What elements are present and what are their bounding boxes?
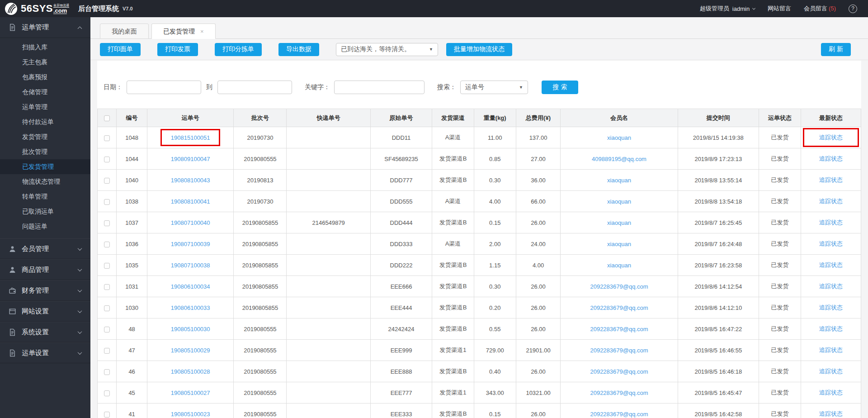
waybill-link[interactable]: 190807100040 [171, 219, 210, 226]
sidebar-item-active[interactable]: 已发货管理 [0, 159, 90, 174]
refresh-button[interactable]: 刷 新 [821, 43, 851, 56]
member-link[interactable]: 2092283679@qq.com [590, 304, 648, 311]
user-menu[interactable]: 超级管理员 iadmin [700, 5, 755, 13]
toolbar-button-1[interactable]: 打印发票 [157, 43, 198, 56]
date-from-input[interactable] [127, 81, 201, 94]
latest-link[interactable]: 追踪状态 [819, 198, 843, 204]
toolbar-button-0[interactable]: 打印面单 [100, 43, 141, 56]
latest-link[interactable]: 追踪状态 [819, 389, 843, 396]
waybill-link[interactable]: 190809100047 [171, 156, 210, 162]
tab-inactive[interactable]: 我的桌面 [100, 24, 149, 39]
waybill-link[interactable]: 190805100030 [171, 326, 210, 332]
latest-link[interactable]: 追踪状态 [819, 410, 843, 417]
select-caret-icon: ▼ [429, 47, 433, 52]
member-messages-link[interactable]: 会员留言(5) [804, 5, 836, 13]
tab-active[interactable]: 已发货管理× [151, 24, 216, 39]
search-button[interactable]: 搜 索 [542, 81, 578, 94]
waybill-link[interactable]: 190805100027 [171, 390, 210, 396]
waybill-link[interactable]: 190807100039 [171, 241, 210, 247]
latest-link[interactable]: 追踪状态 [819, 155, 843, 162]
waybill-link[interactable]: 190815100051 [171, 134, 210, 141]
sidebar-item[interactable]: 仓储管理 [0, 85, 90, 100]
row-checkbox[interactable] [104, 199, 110, 205]
sidebar-item[interactable]: 包裹预报 [0, 70, 90, 85]
waybill-link[interactable]: 190805100028 [171, 368, 210, 375]
row-checkbox[interactable] [104, 157, 110, 162]
sidebar-group-5[interactable]: 系统设置 [0, 322, 90, 342]
member-link[interactable]: 2092283679@qq.com [590, 411, 648, 418]
latest-link[interactable]: 追踪状态 [819, 134, 843, 141]
keyword-input[interactable] [334, 81, 425, 94]
sidebar-item[interactable]: 转单管理 [0, 189, 90, 204]
sidebar-item[interactable]: 问题运单 [0, 219, 90, 234]
member-link[interactable]: xiaoquan [607, 198, 631, 205]
sidebar-group-6[interactable]: 运单设置 [0, 342, 90, 363]
sidebar-group-1[interactable]: 会员管理 [0, 238, 90, 259]
row-checkbox[interactable] [104, 412, 110, 418]
logistics-status-select[interactable]: 已到达海关，等待清关。 ▼ [336, 43, 438, 56]
batch-add-status-button[interactable]: 批量增加物流状态 [446, 43, 512, 56]
sidebar-group-0[interactable]: 运单管理 [0, 17, 90, 38]
help-icon[interactable]: ? [849, 5, 857, 13]
waybill-link[interactable]: 190805100023 [171, 411, 210, 418]
member-link[interactable]: 2092283679@qq.com [590, 368, 648, 375]
search-type-select[interactable]: 运单号 ▼ [460, 81, 528, 94]
member-link[interactable]: 2092283679@qq.com [590, 283, 648, 290]
waybill-link[interactable]: 190808100043 [171, 177, 210, 184]
latest-link[interactable]: 追踪状态 [819, 261, 843, 268]
cell-id: 1031 [117, 276, 147, 297]
sidebar-item[interactable]: 运单管理 [0, 100, 90, 114]
waybill-link[interactable]: 190806100033 [171, 304, 210, 311]
sidebar-item[interactable]: 待付款运单 [0, 114, 90, 129]
row-checkbox[interactable] [104, 242, 110, 247]
waybill-link[interactable]: 190806100034 [171, 283, 210, 290]
member-link[interactable]: xiaoquan [607, 219, 631, 226]
sidebar-group-3[interactable]: 财务管理 [0, 280, 90, 301]
row-checkbox[interactable] [104, 305, 110, 311]
sidebar-item[interactable]: 无主包裹 [0, 55, 90, 70]
member-link[interactable]: xiaoquan [607, 241, 631, 247]
latest-link[interactable]: 追踪状态 [819, 368, 843, 375]
date-to-input[interactable] [217, 81, 292, 94]
member-link[interactable]: xiaoquan [607, 134, 631, 141]
tab-close-icon[interactable]: × [200, 28, 204, 34]
member-link[interactable]: 2092283679@qq.com [590, 326, 648, 332]
member-link[interactable]: 2092283679@qq.com [590, 347, 648, 354]
member-link[interactable]: xiaoquan [607, 262, 631, 269]
waybill-link[interactable]: 190807100038 [171, 262, 210, 269]
sidebar-item[interactable]: 发货管理 [0, 129, 90, 144]
row-checkbox[interactable] [104, 369, 110, 375]
row-checkbox[interactable] [104, 178, 110, 184]
member-link[interactable]: 2092283679@qq.com [590, 390, 648, 396]
row-checkbox[interactable] [104, 135, 110, 141]
select-all-checkbox[interactable] [104, 115, 110, 121]
latest-link[interactable]: 追踪状态 [819, 176, 843, 183]
site-messages-link[interactable]: 网站留言 [768, 5, 791, 13]
sidebar-item[interactable]: 扫描入库 [0, 40, 90, 55]
row-checkbox[interactable] [104, 327, 110, 332]
waybill-link[interactable]: 190805100029 [171, 347, 210, 354]
toolbar-button-3[interactable]: 导出数据 [278, 43, 319, 56]
cell-fee: 26.00 [516, 276, 561, 297]
row-checkbox[interactable] [104, 348, 110, 354]
row-checkbox[interactable] [104, 263, 110, 269]
latest-link[interactable]: 追踪状态 [819, 240, 843, 247]
latest-link[interactable]: 追踪状态 [819, 283, 843, 290]
latest-link[interactable]: 追踪状态 [819, 219, 843, 226]
row-checkbox[interactable] [104, 390, 110, 396]
latest-link[interactable]: 追踪状态 [819, 304, 843, 311]
sidebar-item[interactable]: 物流状态管理 [0, 174, 90, 189]
member-link[interactable]: 409889195@qq.com [592, 156, 646, 162]
toolbar-button-2[interactable]: 打印分拣单 [215, 43, 262, 56]
latest-link[interactable]: 追踪状态 [819, 325, 843, 332]
row-checkbox[interactable] [104, 284, 110, 290]
column-header: 运单号 [147, 109, 234, 127]
row-checkbox[interactable] [104, 220, 110, 226]
sidebar-item[interactable]: 已取消运单 [0, 204, 90, 219]
sidebar-group-4[interactable]: 网站设置 [0, 301, 90, 322]
member-link[interactable]: xiaoquan [607, 177, 631, 184]
sidebar-group-2[interactable]: 商品管理 [0, 259, 90, 280]
sidebar-item[interactable]: 批次管理 [0, 144, 90, 159]
waybill-link[interactable]: 190808100041 [171, 198, 210, 205]
latest-link[interactable]: 追踪状态 [819, 347, 843, 353]
